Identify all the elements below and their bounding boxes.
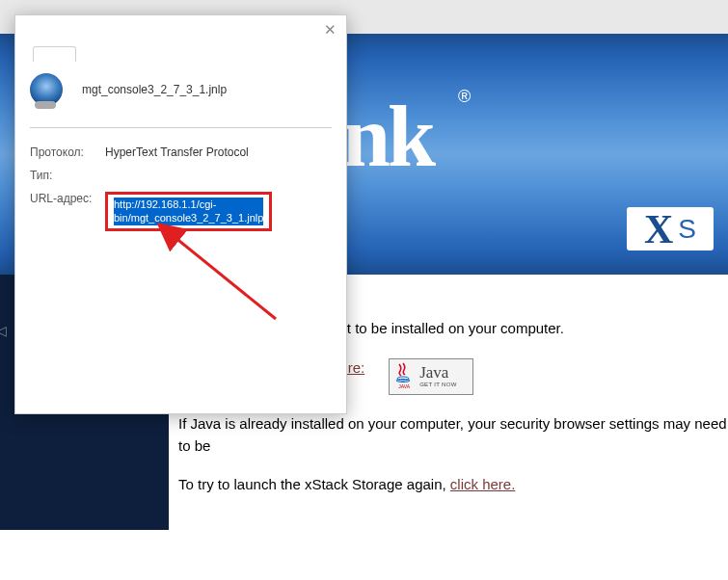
dialog-tab[interactable] <box>33 46 76 62</box>
xs-s-letter: S <box>678 214 696 245</box>
type-label: Тип: <box>30 169 105 182</box>
java-cup-icon: JAVA <box>391 362 417 391</box>
svg-line-2 <box>175 237 276 319</box>
type-value <box>105 169 332 182</box>
annotation-arrow-icon <box>141 218 314 343</box>
security-settings-text: If Java is already installed on your com… <box>178 413 728 457</box>
java-get-it-now-badge[interactable]: JAVA Java GET IT NOW <box>389 358 473 395</box>
relaunch-prefix: To try to launch the xStack Storage agai… <box>178 476 450 492</box>
java-label: Java <box>419 364 456 381</box>
nav-prev-icon[interactable]: ◁ <box>0 323 7 338</box>
relaunch-link[interactable]: click here. <box>450 476 516 492</box>
properties-list: Протокол: HyperText Transfer Protocol Ти… <box>30 145 332 231</box>
dialog-header: mgt_console3_2_7_3_1.jnlp <box>30 73 332 128</box>
java-getitnow-label: GET IT NOW <box>419 381 456 389</box>
url-highlight-box: http://192.168.1.1/cgi-bin/mgt_console3_… <box>105 192 272 231</box>
url-value[interactable]: http://192.168.1.1/cgi-bin/mgt_console3_… <box>114 198 263 225</box>
protocol-value: HyperText Transfer Protocol <box>105 145 332 159</box>
file-properties-dialog: ✕ mgt_console3_2_7_3_1.jnlp Протокол: Hy… <box>14 14 347 414</box>
brand-logo-text: nk <box>342 87 433 186</box>
protocol-label: Протокол: <box>30 145 105 159</box>
url-label: URL-адрес: <box>30 192 105 231</box>
xs-x-letter: X <box>644 206 673 252</box>
close-icon[interactable]: ✕ <box>321 21 338 39</box>
xs-badge: X S <box>627 207 714 250</box>
file-name: mgt_console3_2_7_3_1.jnlp <box>82 83 227 96</box>
registered-mark: ® <box>458 87 471 107</box>
globe-link-icon <box>30 73 63 106</box>
